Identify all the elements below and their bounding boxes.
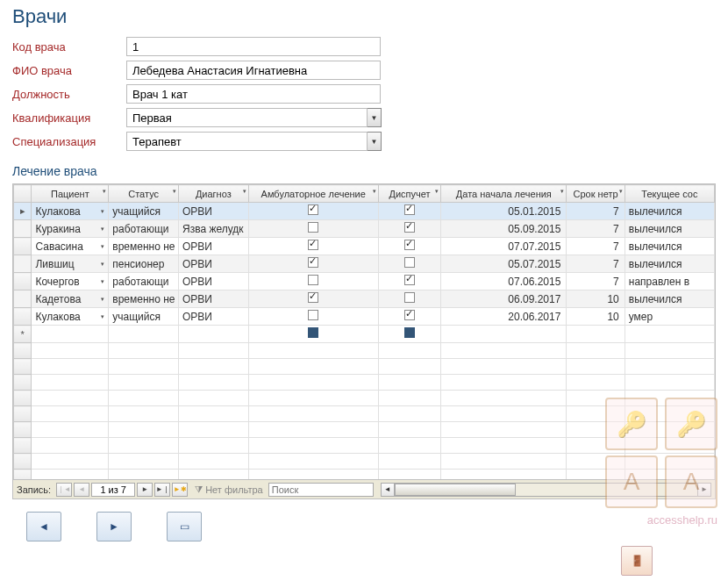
table-row[interactable]: Кадетова▾временно неОРВИ06.09.201710выле… [14,290,715,308]
combo-specialization-dropdown[interactable]: ▼ [368,132,382,151]
cell-disability[interactable]: 7 [567,255,625,273]
edit-button[interactable]: ▭ [167,512,202,541]
cell-start-date[interactable]: 05.01.2015 [441,203,567,220]
cell-ambulatory[interactable] [248,203,378,220]
nav-filter[interactable]: ⧩ Нет фильтра [195,484,263,495]
table-row[interactable]: Кочергов▾работающиОРВИ07.06.20157направл… [14,273,715,290]
cell-patient[interactable]: Кадетова▾ [32,290,109,308]
cell-patient[interactable]: Савасина▾ [32,238,109,255]
cell-ambulatory[interactable] [248,238,378,255]
nav-first[interactable]: ❘◄ [56,483,72,497]
next-record-button[interactable]: ► [96,512,132,541]
cell-current-state[interactable]: направлен в [625,273,714,290]
cell-dispatch[interactable] [378,220,441,238]
cell-patient[interactable]: Кулакова▾ [32,308,109,326]
col-disability[interactable]: Срок нетр▾ [567,185,625,203]
cell-disability[interactable]: 7 [567,220,625,238]
combo-qualification-dropdown[interactable]: ▼ [368,108,382,127]
cell-disability[interactable]: 10 [567,290,625,308]
data-grid[interactable]: Пациент▾ Статус▾ Диагноз▾ Амбулаторное л… [13,184,715,479]
cell-start-date[interactable]: 07.06.2015 [441,273,567,290]
cell-current-state[interactable]: вылечился [625,203,714,220]
cell-start-date[interactable]: 06.09.2017 [441,290,567,308]
combo-qualification[interactable] [126,108,368,127]
input-code[interactable] [126,37,381,56]
scroll-left[interactable]: ◄ [381,483,395,497]
cell-dispatch[interactable] [378,238,441,255]
nav-search[interactable] [268,483,374,497]
cell-ambulatory[interactable] [248,290,378,308]
cell-dispatch[interactable] [378,273,441,290]
cell-diagnosis[interactable]: ОРВИ [178,273,248,290]
table-row[interactable]: ▸Кулакова▾учащийсяОРВИ05.01.20157вылечил… [14,203,715,220]
cell-current-state[interactable]: умер [625,308,714,326]
row-selector[interactable] [14,220,32,238]
cell-diagnosis[interactable]: Язва желудк [178,220,248,238]
nav-prev[interactable]: ◄ [74,483,89,497]
cell-status[interactable]: работающи [109,220,179,238]
exit-button[interactable]: 🚪 [621,546,653,576]
col-current-state[interactable]: Текущее сос [625,185,714,203]
input-position[interactable] [126,84,381,104]
cell-current-state[interactable]: вылечился [625,255,714,273]
prev-record-button[interactable]: ◄ [26,512,61,541]
cell-ambulatory[interactable] [248,273,378,290]
col-selector[interactable] [14,185,32,203]
scroll-right[interactable]: ► [697,483,711,497]
cell-disability[interactable]: 7 [567,238,625,255]
cell-current-state[interactable]: вылечился [625,290,714,308]
table-row[interactable]: Лившиц▾пенсионерОРВИ05.07.20157вылечился [14,255,715,273]
row-selector[interactable] [14,290,32,308]
cell-status[interactable]: учащийся [109,203,179,220]
cell-disability[interactable]: 10 [567,308,625,326]
cell-status[interactable]: пенсионер [109,255,179,273]
cell-diagnosis[interactable]: ОРВИ [178,290,248,308]
cell-diagnosis[interactable]: ОРВИ [178,238,248,255]
combo-specialization[interactable] [126,132,368,151]
table-row[interactable]: Куракина▾работающиЯзва желудк05.09.20157… [14,220,715,238]
cell-diagnosis[interactable]: ОРВИ [178,308,248,326]
cell-start-date[interactable]: 05.07.2015 [441,255,567,273]
row-selector[interactable]: ▸ [14,203,32,220]
horizontal-scrollbar[interactable]: ◄ ► [381,483,711,497]
nav-new[interactable]: ►✱ [172,483,188,497]
cell-status[interactable]: учащийся [109,308,179,326]
cell-patient[interactable]: Лившиц▾ [32,255,109,273]
table-row[interactable]: Кулакова▾учащийсяОРВИ20.06.201710умер [14,308,715,326]
new-record-row[interactable]: * [14,326,715,343]
cell-dispatch[interactable] [378,203,441,220]
cell-patient[interactable]: Куракина▾ [32,220,109,238]
cell-ambulatory[interactable] [248,255,378,273]
cell-disability[interactable]: 7 [567,273,625,290]
cell-status[interactable]: временно не [109,238,179,255]
nav-position[interactable] [91,483,135,497]
col-start-date[interactable]: Дата начала лечения▾ [441,185,567,203]
cell-start-date[interactable]: 20.06.2017 [441,308,567,326]
cell-diagnosis[interactable]: ОРВИ [178,255,248,273]
cell-start-date[interactable]: 05.09.2015 [441,220,567,238]
col-dispatch[interactable]: Диспучет▾ [378,185,441,203]
col-status[interactable]: Статус▾ [109,185,179,203]
cell-patient[interactable]: Кулакова▾ [32,203,109,220]
cell-start-date[interactable]: 07.07.2015 [441,238,567,255]
cell-patient[interactable]: Кочергов▾ [32,273,109,290]
cell-dispatch[interactable] [378,290,441,308]
cell-status[interactable]: работающи [109,273,179,290]
input-name[interactable] [126,61,381,80]
row-selector[interactable] [14,238,32,255]
cell-diagnosis[interactable]: ОРВИ [178,203,248,220]
row-selector[interactable] [14,308,32,326]
table-row[interactable]: Савасина▾временно неОРВИ07.07.20157вылеч… [14,238,715,255]
cell-dispatch[interactable] [378,255,441,273]
row-selector[interactable] [14,255,32,273]
cell-status[interactable]: временно не [109,290,179,308]
col-diagnosis[interactable]: Диагноз▾ [178,185,248,203]
cell-disability[interactable]: 7 [567,203,625,220]
row-selector[interactable] [14,273,32,290]
nav-last[interactable]: ►❘ [154,483,170,497]
cell-ambulatory[interactable] [248,220,378,238]
cell-current-state[interactable]: вылечился [625,220,714,238]
cell-dispatch[interactable] [378,308,441,326]
col-ambulatory[interactable]: Амбулаторное лечение▾ [248,185,378,203]
cell-current-state[interactable]: вылечился [625,238,714,255]
